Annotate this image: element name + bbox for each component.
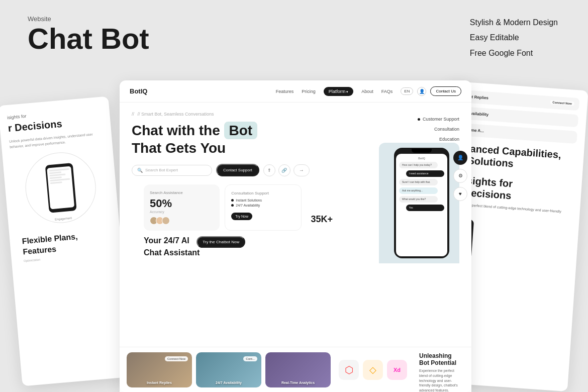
tagline-text: // Smart Bot, Seamless Conversations (138, 112, 214, 117)
stat-35k: 35K+ (307, 208, 337, 231)
hero-bottom-text: Your 24/7 AI Try the Chatbot Now Chat As… (132, 231, 349, 263)
float-user-icon[interactable]: 👤 (453, 151, 467, 165)
thumb-realtime: Real-Time Analytics (265, 352, 331, 387)
hero-right: Customer Support Consultation Education … (359, 112, 459, 263)
bottom-right-text: Unleashing Bot Potential Experience the … (415, 352, 464, 387)
nav-links: Features Pricing Platform About FAQs (276, 87, 393, 96)
share-icon[interactable]: ⇑ (263, 164, 275, 176)
bottom-right-desc: Experience the perfect blend of cutting-… (419, 368, 460, 392)
navbar: BotIQ Features Pricing Platform About FA… (120, 80, 471, 103)
connect-now-label: Connect Now (550, 100, 574, 106)
tagline-slash: // (132, 112, 134, 117)
float-heart-icon[interactable]: ♥ (453, 187, 467, 201)
hero-title-part2: That Gets You (132, 140, 226, 156)
chat-message-2: I need assistance (406, 170, 445, 177)
nav-about[interactable]: About (361, 89, 373, 94)
arrow-button[interactable]: → (293, 164, 310, 176)
hero-tagline: // // Smart Bot, Seamless Conversations (132, 112, 349, 117)
website-label: Website (28, 15, 149, 23)
phone-circle-decoration: Engagement (23, 150, 99, 226)
stats-cards-row: Search Assistance 50% Accuracy Consultat… (132, 184, 349, 231)
hero-title-part1: Chat with the (132, 123, 224, 138)
nav-logo: BotIQ (130, 87, 147, 95)
hero-action-icons: ⇑ 🔗 → (263, 164, 310, 176)
hbt-line2: Chat Assistant (144, 248, 200, 257)
chat-message-6: Yes (406, 205, 445, 211)
link-icon[interactable]: 🔗 (278, 164, 290, 176)
nav-language[interactable]: EN (401, 87, 413, 95)
nav-user-icon[interactable]: 👤 (417, 87, 426, 96)
bottom-logos: ⬡ ◇ Xd (335, 352, 411, 387)
left-card-sub: Unlock powerful data-driven insights, un… (9, 131, 104, 150)
bottom-right-title: Unleashing Bot Potential (419, 352, 460, 366)
nav-pricing[interactable]: Pricing (302, 89, 316, 94)
main-title: Chat Bot (28, 22, 149, 55)
hero-title: Chat with the Bot That Gets You (132, 122, 349, 157)
nav-features[interactable]: Features (276, 89, 294, 94)
thumb-label-3: Real-Time Analytics (281, 381, 315, 384)
bottom-strip: Instant Replies Connect Now 24/7 Availab… (120, 347, 471, 392)
chat-message-1: How can I help you today? (399, 162, 438, 168)
sketch-logo: ◇ (363, 360, 383, 380)
thumb-instant-replies: Instant Replies Connect Now (127, 352, 192, 387)
hbt-line1: Your 24/7 AI (144, 236, 189, 245)
feature-item-1: Stylish & Modern Design (470, 15, 558, 30)
try-now-button[interactable]: Try Now (231, 213, 252, 220)
avatar-3 (162, 217, 170, 225)
floating-icons: 👤 ⚙ ♥ (453, 151, 467, 201)
top-left-label: Website Chat Bot (28, 15, 149, 55)
card1-number: 50% (150, 197, 214, 210)
figma-logo: ⬡ (339, 360, 359, 380)
chat-message-4: Ask me anything... (399, 187, 438, 194)
feature-text-1: Instant Solutions (236, 199, 262, 202)
phone-screen: BotIQ How can I help you today? I need a… (396, 154, 447, 256)
search-placeholder-text: Search Bot Expert (145, 168, 178, 172)
contact-support-button[interactable]: Contact Support (216, 164, 259, 176)
phone-notch (412, 149, 432, 153)
feature-item-2: Easy Editable (470, 30, 558, 45)
chat-message-5: What would you like? (399, 196, 438, 203)
chat-message-3: Sure! I can help with that. (399, 179, 438, 185)
thumb-label-2: 24/7 Availability (216, 381, 242, 384)
card2-feature-1: Instant Solutions (231, 199, 295, 202)
consultation-card: Consultation Support Instant Solutions 2… (225, 184, 302, 231)
card2-feature-2: 24/7 Availability (231, 204, 295, 207)
phone-device: BotIQ How can I help you today? I need a… (394, 148, 449, 258)
float-settings-icon[interactable]: ⚙ (453, 169, 467, 183)
hero-section: // // Smart Bot, Seamless Conversations … (120, 103, 471, 263)
mini-phone (45, 163, 76, 213)
nav-platform[interactable]: Platform (324, 87, 353, 96)
hero-search-box[interactable]: 🔍 Search Bot Expert (132, 165, 212, 176)
hero-left: // // Smart Bot, Seamless Conversations … (132, 112, 349, 263)
left-background-card: isights for r Decisions Unlock powerful … (0, 96, 133, 386)
chat-nav-label: BotIQ (399, 157, 444, 160)
search-icon: 🔍 (137, 168, 143, 173)
nav-right: EN 👤 Contact Us (401, 86, 461, 96)
thumb-label-1: Instant Replies (147, 381, 172, 384)
search-assistance-card: Search Assistance 50% Accuracy (144, 184, 220, 231)
card2-label: Consultation Support (231, 191, 295, 195)
engagement-label: Engagement (55, 217, 72, 221)
hero-search-row: 🔍 Search Bot Expert Contact Support ⇑ 🔗 … (132, 164, 349, 176)
nav-contact-button[interactable]: Contact Us (430, 86, 461, 96)
nav-faqs[interactable]: FAQs (381, 89, 393, 94)
thumb-availability: 24/7 Availability Cont... (196, 352, 261, 387)
main-website-preview: BotIQ Features Pricing Platform About FA… (120, 80, 471, 392)
thumb-realtime-bg: Real-Time Analytics (265, 352, 331, 387)
card2-features: Instant Solutions 24/7 Availability (231, 199, 295, 207)
try-chatbot-button[interactable]: Try the Chatbot Now (197, 236, 245, 248)
left-bottom-text: Flexible Plans, Features Optimization (18, 229, 114, 263)
avatars-row (150, 217, 214, 225)
card1-label: Search Assistance (150, 190, 214, 195)
feature-dot-1 (231, 199, 234, 202)
feature-text-2: 24/7 Availability (236, 204, 260, 207)
xd-logo: Xd (387, 360, 407, 380)
top-right-features: Stylish & Modern Design Easy Editable Fr… (470, 15, 558, 61)
thumb-connect-1[interactable]: Connect Now (165, 356, 188, 361)
feature-item-3: Free Google Font (470, 46, 558, 61)
thumb-connect-2[interactable]: Cont... (243, 356, 257, 361)
phone-hero-area: BotIQ How can I help you today? I need a… (369, 103, 459, 263)
hero-title-highlight: Bot (224, 122, 258, 139)
feature-dot-2 (231, 204, 234, 207)
card1-sublabel: Accuracy (150, 210, 214, 214)
